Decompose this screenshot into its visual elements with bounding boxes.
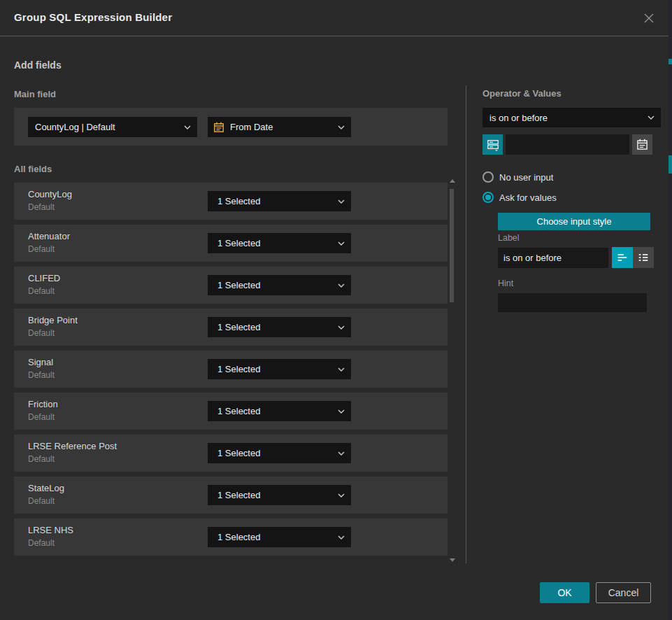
operator-select-value: is on or before — [482, 113, 648, 123]
field-selection-select[interactable]: 1 Selected — [208, 191, 351, 211]
main-field-panel: CountyLog | Default From Date — [14, 108, 448, 146]
chevron-down-icon — [338, 125, 345, 129]
radio-no-user-input-label: No user input — [499, 172, 553, 183]
chevron-down-icon — [338, 199, 345, 204]
operator-values-panel: Operator & Values is on or before — [482, 0, 662, 620]
field-selection-select[interactable]: 1 Selected — [208, 317, 351, 337]
dialog-footer: OK Cancel — [0, 582, 669, 603]
hint-field-label: Hint — [498, 279, 513, 288]
field-row: Attenuator Default 1 Selected — [14, 225, 448, 262]
group-sql-expression-builder-dialog: Group SQL Expression Builder Add fields … — [0, 0, 669, 620]
field-row: Bridge Point Default 1 Selected — [14, 309, 448, 346]
field-name: Bridge Point — [28, 315, 78, 325]
field-selection-select[interactable]: 1 Selected — [208, 401, 351, 421]
main-field-select-value: From Date — [230, 122, 338, 132]
chevron-down-icon — [338, 535, 345, 540]
add-fields-heading: Add fields — [14, 59, 62, 71]
field-sublabel: Default — [28, 370, 55, 380]
label-input[interactable] — [498, 248, 608, 268]
background-fleck — [669, 59, 672, 64]
field-selection-select[interactable]: 1 Selected — [208, 275, 351, 295]
chevron-down-icon — [184, 125, 191, 129]
panel-divider — [466, 85, 466, 563]
radio-ask-for-values-label: Ask for values — [499, 192, 557, 203]
chevron-down-icon — [648, 115, 655, 120]
chevron-down-icon — [338, 283, 345, 288]
field-sublabel: Default — [28, 538, 55, 548]
field-selection-select[interactable]: 1 Selected — [208, 233, 351, 253]
chevron-down-icon — [338, 409, 345, 414]
radio-checked-icon — [482, 192, 494, 203]
value-input-row — [482, 134, 661, 155]
date-field-icon — [213, 122, 224, 133]
field-sublabel: Default — [28, 202, 55, 212]
label-style-toggle-group — [612, 247, 654, 268]
field-sublabel: Default — [28, 286, 55, 296]
field-selection-value: 1 Selected — [208, 364, 338, 374]
field-sublabel: Default — [28, 412, 55, 422]
operator-values-heading: Operator & Values — [482, 88, 562, 99]
main-field-label: Main field — [14, 89, 56, 99]
ok-button[interactable]: OK — [540, 582, 589, 603]
field-selection-value: 1 Selected — [208, 322, 338, 332]
field-name: Signal — [28, 357, 53, 367]
unique-values-button[interactable] — [482, 134, 503, 155]
calendar-picker-button[interactable] — [632, 134, 652, 155]
field-selection-value: 1 Selected — [208, 406, 338, 416]
hint-input[interactable] — [498, 293, 647, 312]
field-sublabel: Default — [28, 496, 55, 506]
layer-select[interactable]: CountyLog | Default — [28, 117, 197, 137]
chevron-down-icon — [338, 493, 345, 498]
fields-list-scrollbar — [448, 179, 455, 562]
field-selection-value: 1 Selected — [208, 532, 338, 542]
field-row: CLIFED Default 1 Selected — [14, 267, 448, 304]
field-sublabel: Default — [28, 328, 55, 338]
field-selection-select[interactable]: 1 Selected — [208, 527, 351, 547]
scrollbar-thumb[interactable] — [450, 189, 454, 302]
layer-select-value: CountyLog | Default — [28, 122, 184, 132]
field-row: CountyLog Default 1 Selected — [14, 183, 448, 220]
field-name: LRSE Reference Post — [28, 441, 117, 451]
background-fleck — [669, 155, 672, 174]
operator-select[interactable]: is on or before — [482, 108, 661, 127]
field-selection-value: 1 Selected — [208, 280, 338, 290]
list-style-button[interactable] — [633, 247, 654, 268]
field-sublabel: Default — [28, 244, 55, 254]
field-selection-value: 1 Selected — [208, 448, 338, 458]
field-row: Signal Default 1 Selected — [14, 351, 448, 388]
scrollbar-down-arrow[interactable] — [450, 558, 455, 562]
cancel-button[interactable]: Cancel — [596, 582, 651, 603]
dialog-title: Group SQL Expression Builder — [14, 11, 172, 23]
main-field-select[interactable]: From Date — [208, 117, 351, 137]
field-row: StateLog Default 1 Selected — [14, 477, 448, 514]
field-selection-select[interactable]: 1 Selected — [208, 359, 351, 379]
date-value-input[interactable] — [506, 134, 629, 155]
field-name: Attenuator — [28, 231, 70, 241]
radio-ask-for-values[interactable]: Ask for values — [482, 192, 557, 203]
label-field-label: Label — [498, 233, 520, 243]
scrollbar-up-arrow[interactable] — [450, 179, 455, 183]
field-row: LRSE Reference Post Default 1 Selected — [14, 435, 448, 472]
field-name: CountyLog — [28, 189, 72, 199]
radio-no-user-input[interactable]: No user input — [482, 171, 553, 183]
field-selection-value: 1 Selected — [208, 196, 338, 206]
field-name: CLIFED — [28, 273, 60, 283]
chevron-down-icon — [338, 367, 345, 372]
field-selection-value: 1 Selected — [208, 490, 338, 500]
radio-unchecked-icon — [482, 171, 494, 183]
all-fields-list: CountyLog Default 1 Selected Attenuator … — [14, 183, 448, 561]
field-sublabel: Default — [28, 454, 55, 464]
all-fields-label: All fields — [14, 164, 52, 174]
choose-input-style-button[interactable]: Choose input style — [498, 213, 650, 230]
field-selection-select[interactable]: 1 Selected — [208, 443, 351, 463]
background-app-strip — [669, 0, 672, 620]
field-row: Friction Default 1 Selected — [14, 393, 448, 430]
field-selection-value: 1 Selected — [208, 238, 338, 248]
chevron-down-icon — [338, 325, 345, 330]
chevron-down-icon — [338, 241, 345, 246]
field-name: LRSE NHS — [28, 525, 73, 535]
field-name: StateLog — [28, 483, 64, 493]
single-line-style-button[interactable] — [612, 247, 633, 268]
field-selection-select[interactable]: 1 Selected — [208, 485, 351, 505]
field-row: LRSE NHS Default 1 Selected — [14, 519, 448, 556]
